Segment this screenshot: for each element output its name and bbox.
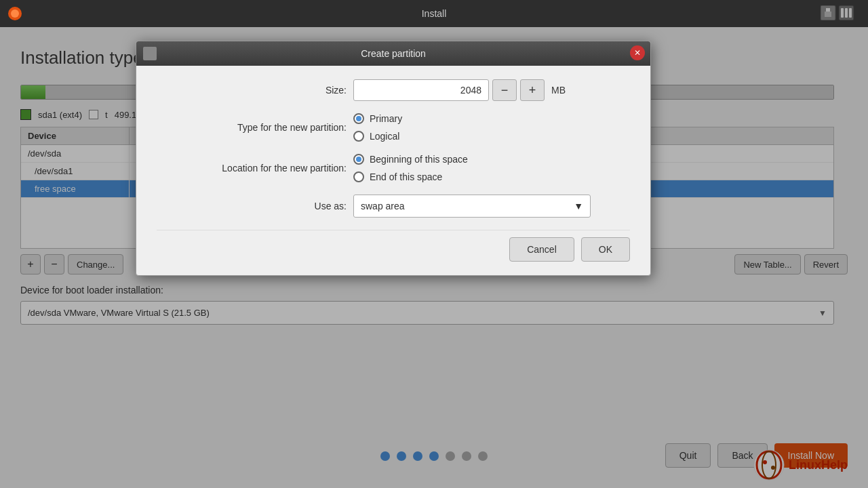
svg-rect-4 — [825, 12, 831, 17]
main-content: Installation type sda1 (ext4) t 499.1 MB… — [0, 27, 868, 488]
type-logical-label: Logical — [370, 131, 399, 142]
size-unit: MB — [551, 85, 566, 96]
dialog-cancel-button[interactable]: Cancel — [509, 237, 574, 262]
type-radio-group: Primary Logical — [353, 113, 402, 142]
dialog-ok-button[interactable]: OK — [581, 237, 630, 262]
type-primary-radio[interactable] — [353, 113, 364, 124]
location-end-row: End of this space — [353, 171, 468, 182]
location-radio-group: Beginning of this space End of this spac… — [353, 154, 468, 182]
svg-rect-6 — [841, 8, 844, 18]
location-beginning-radio[interactable] — [353, 154, 364, 165]
use-as-dropdown-arrow-icon: ▼ — [574, 201, 583, 211]
use-as-label: Use as: — [157, 201, 347, 211]
svg-rect-7 — [845, 8, 848, 18]
location-label: Location for the new partition: — [157, 163, 347, 174]
app-icon — [7, 5, 23, 22]
location-beginning-label: Beginning of this space — [370, 154, 468, 165]
use-as-row: Use as: swap area ▼ — [157, 195, 630, 218]
location-end-radio[interactable] — [353, 171, 364, 182]
dialog-overlay: Create partition ✕ Size: − + MB — [0, 27, 868, 488]
create-partition-dialog: Create partition ✕ Size: − + MB — [136, 41, 651, 276]
size-input-container: − + MB — [353, 79, 566, 101]
dialog-title: Create partition — [143, 48, 644, 59]
svg-point-1 — [11, 9, 19, 18]
type-logical-row: Logical — [353, 131, 402, 142]
dialog-buttons: Cancel OK — [157, 230, 630, 265]
size-row: Size: − + MB — [157, 79, 630, 101]
title-bar: Install — [0, 0, 868, 27]
dialog-titlebar: Create partition ✕ — [136, 41, 650, 66]
svg-rect-8 — [849, 8, 852, 18]
type-primary-row: Primary — [353, 113, 402, 124]
type-row: Type for the new partition: Primary Logi… — [157, 113, 630, 142]
type-primary-label: Primary — [370, 113, 402, 124]
location-end-label: End of this space — [370, 171, 442, 182]
size-increase-button[interactable]: + — [520, 79, 545, 101]
size-label: Size: — [157, 85, 347, 96]
dialog-icon — [143, 47, 157, 60]
sys-tray — [821, 5, 861, 23]
size-input[interactable] — [353, 79, 489, 101]
location-beginning-row: Beginning of this space — [353, 154, 468, 165]
type-label: Type for the new partition: — [157, 122, 347, 133]
size-decrease-button[interactable]: − — [492, 79, 517, 101]
dialog-close-button[interactable]: ✕ — [630, 45, 645, 60]
location-row: Location for the new partition: Beginnin… — [157, 154, 630, 182]
dialog-body: Size: − + MB Type for the new partition: — [136, 66, 650, 275]
type-logical-radio[interactable] — [353, 131, 364, 142]
use-as-dropdown[interactable]: swap area ▼ — [353, 195, 591, 218]
svg-rect-3 — [826, 8, 830, 12]
window-title: Install — [422, 8, 447, 19]
use-as-value: swap area — [361, 201, 405, 211]
